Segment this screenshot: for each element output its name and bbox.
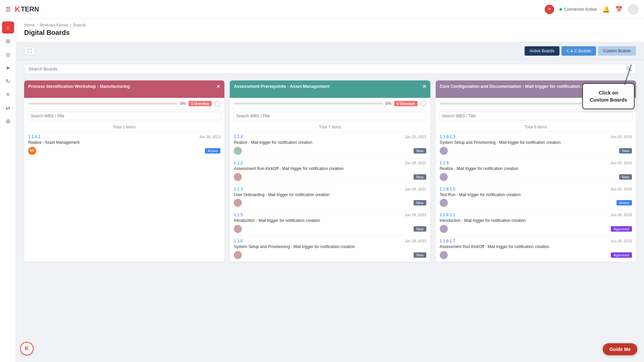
boards-search-area: 🔍 bbox=[16, 60, 644, 78]
task-title: System Setup and Provisioning - Mail tri… bbox=[234, 244, 426, 250]
task-date: Jun 28, 2023 bbox=[199, 135, 221, 139]
app-layout: ⌂ ⊞ ◎ ➤ ↻ ≡ ⇄ ⚙ Home / Modules Kernel / … bbox=[0, 19, 644, 362]
breadcrumb-home[interactable]: Home bbox=[24, 23, 35, 27]
cc-boards-button[interactable]: C & C Boards bbox=[561, 46, 596, 56]
table-row: 1.1.3 Jun 28, 2023 User Onboarding - Mai… bbox=[230, 184, 430, 210]
page-header: Home / Modules Kernel / Boards Digital B… bbox=[16, 19, 644, 42]
table-row: 1.1.8.1.5 Jun 28, 2023 Test Run - Mail t… bbox=[436, 184, 636, 210]
status-badge: Active bbox=[205, 148, 220, 154]
sidebar-item-send[interactable]: ➤ bbox=[2, 62, 14, 74]
task-meta: 1.1.8.1.3 Jun 20, 2023 bbox=[440, 134, 632, 139]
board-1-task-list: 1.1.8.1 Jun 28, 2023 Realize - Asset Man… bbox=[24, 132, 224, 158]
board-2-overdue-badge: 6 Overdue bbox=[394, 101, 418, 106]
breadcrumb-sep-1: / bbox=[37, 23, 38, 27]
task-meta: 1.1.8.1.1 Jun 28, 2023 bbox=[440, 213, 632, 217]
svg-line-0 bbox=[625, 65, 631, 85]
avatar bbox=[440, 147, 448, 155]
board-1-circle-icon bbox=[214, 101, 220, 107]
search-input[interactable] bbox=[29, 66, 624, 71]
sidebar-item-home[interactable]: ⌂ bbox=[2, 21, 14, 34]
task-wbs: 1.1.5 bbox=[234, 213, 243, 217]
board-2-progress-area: 0% 6 Overdue bbox=[230, 98, 430, 110]
board-2-close-icon[interactable]: ✕ bbox=[422, 84, 426, 89]
board-2-total: Total 7 items bbox=[230, 123, 430, 132]
task-wbs: 1.1.9 bbox=[440, 161, 449, 165]
task-wbs: 1.1.4 bbox=[234, 134, 243, 139]
sidebar-item-refresh[interactable]: ↻ bbox=[2, 75, 14, 87]
boards-toolbar: ⛶ Active Boards C & C Boards Custom Boar… bbox=[16, 42, 644, 60]
avatar bbox=[440, 225, 448, 233]
main-content: Home / Modules Kernel / Boards Digital B… bbox=[16, 19, 644, 362]
custom-boards-button[interactable]: Custom Boards bbox=[598, 46, 636, 56]
board-1-progress-area: 0% 1 Overdue bbox=[24, 98, 224, 110]
status-dot bbox=[559, 8, 562, 11]
table-row: 1.1.6 Jun 28, 2023 System Setup and Prov… bbox=[230, 236, 430, 262]
table-row: 1.1.8.1.7 Jun 28, 2023 Assessment Run Ki… bbox=[436, 236, 636, 262]
task-date: Jun 28, 2023 bbox=[610, 213, 632, 217]
bell-icon[interactable]: 🔔 bbox=[602, 6, 610, 13]
task-footer: New bbox=[234, 251, 426, 259]
avatar: NV bbox=[28, 147, 36, 155]
logo-tern: TERN bbox=[21, 5, 39, 13]
task-wbs: 1.1.3 bbox=[234, 187, 243, 191]
guide-me-button[interactable]: Guide Me bbox=[603, 343, 637, 355]
board-card-1: Process Identification Workshop - Manufa… bbox=[24, 80, 224, 262]
task-wbs: 1.1.8.1.1 bbox=[440, 213, 455, 217]
table-row: 1.1.9 Jun 25, 2023 Realize - Mail trigge… bbox=[436, 158, 636, 184]
task-wbs: 1.1.6 bbox=[234, 239, 243, 243]
task-footer: New bbox=[440, 173, 632, 181]
breadcrumb: Home / Modules Kernel / Boards bbox=[24, 23, 636, 27]
table-row: 1.1.8.1 Jun 28, 2023 Realize - Asset Man… bbox=[24, 132, 224, 158]
calendar-icon[interactable]: 📅 bbox=[615, 6, 623, 13]
search-wrap: 🔍 bbox=[24, 64, 636, 74]
board-3-search-input[interactable] bbox=[439, 112, 633, 120]
task-date: Jun 25, 2023 bbox=[610, 161, 632, 165]
task-meta: 1.1.3 Jun 28, 2023 bbox=[234, 187, 426, 191]
task-footer: New bbox=[440, 147, 632, 155]
app-logo: KTERN bbox=[15, 5, 39, 14]
status-badge: New bbox=[414, 226, 426, 232]
logo-k: K bbox=[15, 5, 20, 14]
task-date: Jun 28, 2023 bbox=[405, 213, 426, 217]
task-title: Assessment Run KickOff - Mail trigger fo… bbox=[440, 244, 632, 250]
task-title: Realize - Mail trigger for notification … bbox=[440, 166, 632, 172]
task-meta: 1.1.6 Jun 28, 2023 bbox=[234, 239, 426, 243]
breadcrumb-modules[interactable]: Modules Kernel bbox=[40, 23, 68, 27]
table-row: 1.1.4 Jun 25, 2023 Realize - Mail trigge… bbox=[230, 132, 430, 158]
active-boards-button[interactable]: Active Boards bbox=[525, 46, 559, 56]
task-footer: Approved bbox=[440, 251, 632, 259]
sidebar-item-shuffle[interactable]: ⇄ bbox=[2, 102, 14, 114]
board-1-search-input[interactable] bbox=[28, 112, 221, 120]
user-avatar[interactable] bbox=[628, 4, 639, 15]
task-date: Jun 28, 2023 bbox=[405, 187, 426, 191]
task-date: Jun 20, 2023 bbox=[610, 135, 632, 139]
board-1-close-icon[interactable]: ✕ bbox=[216, 84, 220, 89]
sidebar-item-globe[interactable]: ◎ bbox=[2, 48, 14, 60]
table-row: 1.1.2 Jun 28, 2023 Assessment Run KickOf… bbox=[230, 158, 430, 184]
task-footer: New bbox=[234, 173, 426, 181]
board-2-circle-icon bbox=[420, 101, 426, 107]
task-title: Realize - Asset Management bbox=[28, 140, 220, 145]
task-wbs: 1.1.8.1.7 bbox=[440, 239, 455, 243]
hamburger-menu[interactable]: ☰ bbox=[5, 6, 11, 13]
status-badge: New bbox=[414, 148, 426, 154]
board-1-progress-track bbox=[28, 103, 177, 105]
task-footer: Approved bbox=[440, 225, 632, 233]
fullscreen-button[interactable]: ⛶ bbox=[24, 47, 35, 55]
sidebar-item-grid[interactable]: ⊞ bbox=[2, 35, 14, 47]
task-date: Jun 25, 2023 bbox=[405, 135, 426, 139]
board-3-progress-track bbox=[440, 103, 589, 105]
topnav-left: ☰ KTERN bbox=[5, 5, 39, 14]
toolbar-left: ⛶ bbox=[24, 47, 35, 55]
toolbar-right: Active Boards C & C Boards Custom Boards bbox=[525, 46, 636, 56]
task-meta: 1.1.8.1.5 Jun 28, 2023 bbox=[440, 187, 632, 191]
board-2-progress-track bbox=[234, 103, 383, 105]
sidebar-item-list[interactable]: ≡ bbox=[2, 88, 14, 101]
callout-box: Click onCustom Boards bbox=[582, 83, 635, 109]
k-button[interactable]: K bbox=[20, 342, 34, 355]
boards-grid: Process Identification Workshop - Manufa… bbox=[16, 78, 644, 270]
add-button[interactable]: + bbox=[545, 5, 554, 14]
board-2-search-input[interactable] bbox=[233, 112, 427, 120]
status-badge: New bbox=[414, 174, 426, 180]
sidebar-item-gear[interactable]: ⚙ bbox=[2, 115, 14, 127]
